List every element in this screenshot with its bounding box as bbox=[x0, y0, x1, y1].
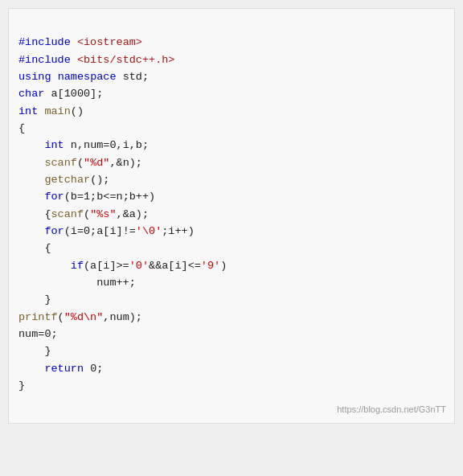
line-2: #include <bits/stdc++.h> bbox=[18, 54, 174, 66]
line-11: {scanf("%s",&a); bbox=[18, 208, 149, 220]
bottom-bar bbox=[0, 432, 463, 476]
line-14: if(a[i]>='0'&&a[i]<='9') bbox=[18, 260, 227, 272]
watermark: https://blog.csdn.net/G3nTT bbox=[337, 403, 446, 416]
line-13: { bbox=[18, 242, 51, 254]
line-10: for(b=1;b<=n;b++) bbox=[18, 191, 155, 203]
line-19: } bbox=[18, 345, 51, 357]
line-15: num++; bbox=[18, 277, 136, 289]
line-1: #include <iostream> bbox=[18, 36, 142, 48]
line-7: int n,num=0,i,b; bbox=[18, 139, 149, 151]
line-12: for(i=0;a[i]!='\0';i++) bbox=[18, 225, 195, 237]
code-block: #include <iostream> #include <bits/stdc+… bbox=[18, 17, 445, 412]
line-18: num=0; bbox=[18, 328, 58, 340]
line-6: { bbox=[18, 122, 25, 134]
line-21: } bbox=[18, 380, 25, 392]
line-9: getchar(); bbox=[18, 174, 109, 186]
line-16: } bbox=[18, 293, 51, 306]
line-17: printf("%d\n",num); bbox=[18, 311, 142, 323]
code-container: #include <iostream> #include <bits/stdc+… bbox=[8, 8, 455, 424]
line-4: char a[1000]; bbox=[18, 88, 103, 100]
line-5: int main() bbox=[18, 105, 84, 117]
line-20: return 0; bbox=[18, 363, 103, 375]
line-8: scanf("%d",&n); bbox=[18, 157, 142, 169]
line-3: using namespace std; bbox=[18, 71, 149, 83]
